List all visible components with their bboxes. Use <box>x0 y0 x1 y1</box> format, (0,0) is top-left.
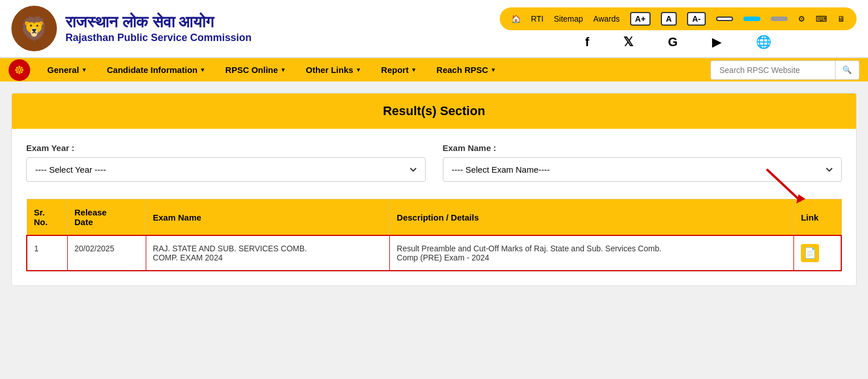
table-header: Sr.No. ReleaseDate Exam Name Description… <box>27 199 841 236</box>
navbar: ☸ General ▼ Candidate Information ▼ RPSC… <box>0 58 868 81</box>
exam-name-select[interactable]: ---- Select Exam Name---- <box>443 157 842 182</box>
search-button[interactable]: 🔍 <box>836 60 859 80</box>
top-bar: 🏠 RTI Sitemap Awards A+ A A- ⚙ ⌨ 🖥 <box>500 7 857 30</box>
cell-release-date: 20/02/2025 <box>67 235 146 271</box>
logo-emblem: 🦁 <box>11 6 57 51</box>
chevron-down-icon: ▼ <box>200 67 205 73</box>
col-description: Description / Details <box>390 199 794 236</box>
monitor-icon[interactable]: 🖥 <box>837 14 845 23</box>
cell-description: Result Preamble and Cut-Off Marks of Raj… <box>390 235 794 271</box>
keyboard-icon[interactable]: ⌨ <box>816 14 827 23</box>
results-section: Result(s) Section Exam Year : ---- Selec… <box>11 93 857 286</box>
nav-search: 🔍 <box>710 60 859 80</box>
logo-area: 🦁 राजस्थान लोक सेवा आयोग Rajasthan Publi… <box>11 6 252 51</box>
chevron-down-icon: ▼ <box>81 67 87 73</box>
nav-item-report[interactable]: Report ▼ <box>373 58 425 81</box>
social-bar: f 𝕏 G ▶ 🌐 <box>500 35 857 50</box>
cell-link: 📄 <box>794 235 841 271</box>
color-gray-button[interactable] <box>771 17 788 21</box>
color-white-button[interactable] <box>716 17 733 21</box>
nav-item-rpsc-online[interactable]: RPSC Online ▼ <box>217 58 294 81</box>
exam-year-group: Exam Year : ---- Select Year ---- 2024 2… <box>26 143 426 182</box>
filter-row: Exam Year : ---- Select Year ---- 2024 2… <box>26 143 842 182</box>
nav-item-reach-rpsc[interactable]: Reach RPSC ▼ <box>428 58 505 81</box>
col-link: Link <box>794 199 841 236</box>
col-release-date: ReleaseDate <box>67 199 146 236</box>
nav-logo-symbol: ☸ <box>14 63 24 77</box>
google-icon[interactable]: G <box>668 35 677 50</box>
home-icon[interactable]: 🏠 <box>511 14 521 23</box>
search-input[interactable] <box>710 60 836 80</box>
header-right: 🏠 RTI Sitemap Awards A+ A A- ⚙ ⌨ 🖥 f 𝕏 G… <box>500 7 857 50</box>
rti-link[interactable]: RTI <box>531 14 544 23</box>
cell-exam-name: RAJ. STATE AND SUB. SERVICES COMB.COMP. … <box>146 235 390 271</box>
org-name-hindi: राजस्थान लोक सेवा आयोग <box>65 13 252 32</box>
results-body: Exam Year : ---- Select Year ---- 2024 2… <box>12 129 856 286</box>
nav-item-candidate-information[interactable]: Candidate Information ▼ <box>98 58 214 81</box>
cell-sr-no: 1 <box>27 235 67 271</box>
table-row: 1 20/02/2025 RAJ. STATE AND SUB. SERVICE… <box>27 235 841 271</box>
ashoka-icon: 🦁 <box>20 15 48 42</box>
facebook-icon[interactable]: f <box>585 35 589 50</box>
header: 🦁 राजस्थान लोक सेवा आयोग Rajasthan Publi… <box>0 0 868 58</box>
color-cyan-button[interactable] <box>743 17 760 21</box>
youtube-icon[interactable]: ▶ <box>712 35 722 50</box>
col-sr-no: Sr.No. <box>27 199 67 236</box>
awards-link[interactable]: Awards <box>593 14 619 23</box>
twitter-icon[interactable]: 𝕏 <box>623 35 633 50</box>
table-wrapper: Sr.No. ReleaseDate Exam Name Description… <box>26 199 842 271</box>
gear-icon[interactable]: ⚙ <box>798 14 805 23</box>
nav-logo: ☸ <box>9 59 30 81</box>
nav-item-other-links[interactable]: Other Links ▼ <box>297 58 369 81</box>
table-body: 1 20/02/2025 RAJ. STATE AND SUB. SERVICE… <box>27 235 841 271</box>
col-exam-name: Exam Name <box>146 199 390 236</box>
results-section-title: Result(s) Section <box>12 93 856 129</box>
download-link-button[interactable]: 📄 <box>801 244 819 262</box>
nav-item-general[interactable]: General ▼ <box>39 58 96 81</box>
results-table: Sr.No. ReleaseDate Exam Name Description… <box>26 199 842 271</box>
font-a-plus-button[interactable]: A+ <box>630 12 651 26</box>
exam-name-label: Exam Name : <box>443 143 842 153</box>
org-name: राजस्थान लोक सेवा आयोग Rajasthan Public … <box>65 13 252 44</box>
main-content: Result(s) Section Exam Year : ---- Selec… <box>0 81 868 298</box>
chevron-down-icon: ▼ <box>491 67 496 73</box>
chevron-down-icon: ▼ <box>411 67 417 73</box>
exam-year-label: Exam Year : <box>26 143 426 153</box>
chevron-down-icon: ▼ <box>356 67 361 73</box>
exam-name-group: Exam Name : ---- Select Exam Name---- <box>443 143 842 182</box>
org-name-english: Rajasthan Public Service Commission <box>65 32 252 44</box>
sitemap-link[interactable]: Sitemap <box>554 14 583 23</box>
globe-icon[interactable]: 🌐 <box>756 35 771 50</box>
exam-year-select[interactable]: ---- Select Year ---- 2024 2023 2022 <box>26 157 426 182</box>
chevron-down-icon: ▼ <box>280 67 286 73</box>
table-header-row: Sr.No. ReleaseDate Exam Name Description… <box>27 199 841 236</box>
font-a-button[interactable]: A <box>661 12 677 26</box>
font-a-minus-button[interactable]: A- <box>687 12 706 26</box>
